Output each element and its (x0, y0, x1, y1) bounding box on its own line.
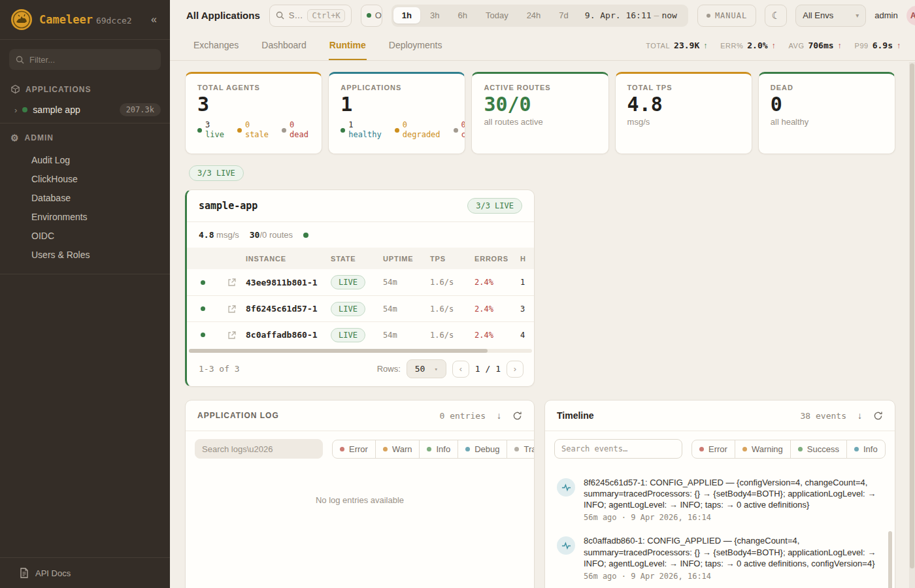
global-search-button[interactable]: S… Ctrl+K (269, 5, 352, 27)
external-link-icon[interactable] (218, 278, 246, 287)
online-dot (367, 13, 371, 18)
sidebar-header: Cameleer69dcce2 « (0, 0, 170, 39)
table-row[interactable]: 8c0affadb860-1 LIVE 54m 1.6/s 2.4% 4 (187, 321, 534, 348)
tab-deployments[interactable]: Deployments (388, 31, 443, 60)
card-total-agents: TOTAL AGENTS 3 3live 0stale 0dead (185, 72, 322, 154)
tab-runtime[interactable]: Runtime (329, 31, 367, 60)
status-dot-green (201, 333, 205, 337)
sidebar-item-clickhouse[interactable]: ClickHouse (0, 170, 170, 189)
sidebar-item-environments[interactable]: Environments (0, 208, 170, 227)
filter-chip-info[interactable]: Info (419, 440, 458, 459)
event-list: 8f6245c61d57-1: CONFIG_APPLIED — {config… (545, 466, 895, 588)
filter-chip-error[interactable]: Error (332, 440, 376, 459)
list-item[interactable]: 8c0affadb860-1: CONFIG_APPLIED — {change… (545, 529, 895, 587)
table-row[interactable]: 8f6245c61d57-1 LIVE 54m 1.6/s 2.4% 3 (187, 295, 534, 321)
download-icon[interactable]: ↓ (497, 410, 501, 421)
scrollbar-thumb[interactable] (910, 63, 914, 568)
arrow-up-icon: ↑ (897, 41, 901, 50)
tab-dashboard[interactable]: Dashboard (261, 31, 307, 60)
table-row[interactable]: 43ee9811b801-1 LIVE 54m 1.6/s 2.4% 1 (187, 269, 534, 295)
range-24h[interactable]: 24h (518, 7, 550, 24)
live-summary-badge: 3/3 LIVE (189, 165, 895, 181)
avatar[interactable]: AD (907, 6, 915, 25)
filter-chip-debug[interactable]: Debug (458, 440, 507, 459)
panel-title: Timeline (557, 410, 594, 421)
arrow-up-icon: ↑ (703, 41, 707, 50)
empty-state-message: No log entries available (186, 466, 534, 505)
app-name: sample-app (199, 200, 258, 212)
next-page-button[interactable]: › (507, 361, 524, 378)
range-7d[interactable]: 7d (550, 7, 576, 24)
activity-pulse-icon (557, 536, 575, 555)
status-dot-green (303, 233, 308, 238)
sidebar: Cameleer69dcce2 « APPLICATIONS › sample … (0, 0, 170, 588)
filter-chip-success[interactable]: Success (790, 440, 847, 459)
filter-input[interactable] (29, 55, 154, 65)
chevron-down-icon: ▾ (434, 366, 437, 372)
search-shortcut: Ctrl+K (307, 9, 344, 22)
sidebar-item-oidc[interactable]: OIDC (0, 227, 170, 246)
main-area: All Applications S… Ctrl+K O 1h 3h 6h To… (170, 0, 915, 588)
sidebar-filter (9, 49, 161, 70)
download-icon[interactable]: ↓ (857, 410, 862, 421)
app-card-header: sample-app 3/3 LIVE (187, 190, 534, 222)
card-active-routes: ACTIVE ROUTES 30/0 all routes active (471, 72, 608, 154)
filter-chip-error[interactable]: Error (691, 440, 735, 459)
external-link-icon[interactable] (218, 331, 246, 340)
summary-cards: TOTAL AGENTS 3 3live 0stale 0dead APPLIC… (185, 72, 895, 154)
tab-exchanges[interactable]: Exchanges (193, 31, 239, 60)
search-label: S… (289, 10, 303, 20)
timeline-search-input[interactable] (554, 439, 682, 459)
date-range-display[interactable]: 9. Apr. 16:11—now (578, 10, 686, 20)
app-count-badge: 207.3k (120, 103, 161, 116)
filter-chip-info[interactable]: Info (846, 440, 886, 459)
search-icon (16, 56, 24, 64)
range-3h[interactable]: 3h (422, 7, 448, 24)
refresh-icon[interactable] (873, 411, 883, 421)
admin-nav: Audit Log ClickHouse Database Environmen… (0, 147, 170, 274)
sidebar-item-users-roles[interactable]: Users & Roles (0, 246, 170, 265)
status-dot-green (22, 107, 27, 112)
tabs: Exchanges Dashboard Runtime Deployments (193, 31, 442, 60)
sidebar-item-audit-log[interactable]: Audit Log (0, 151, 170, 170)
refresh-icon[interactable] (512, 411, 522, 421)
rows-per-page-select[interactable]: 50 ▾ (407, 359, 446, 378)
entries-count: 0 entries (440, 411, 486, 421)
status-dot-green (201, 306, 205, 311)
dark-mode-toggle[interactable]: ☾ (765, 5, 787, 27)
breakdown-healthy: 1healthy (341, 120, 382, 140)
stat-total: TOTAL23.9K↑ (646, 41, 707, 50)
timeline-panel: Timeline 38 events ↓ Error Warning Succe… (544, 400, 895, 588)
breakdown-stale: 0stale (237, 120, 269, 140)
sidebar-collapse-icon[interactable]: « (147, 12, 161, 27)
app-live-badge: 3/3 LIVE (467, 198, 522, 214)
sidebar-item-api-docs[interactable]: API Docs (0, 557, 170, 588)
scrollbar-thumb[interactable] (888, 531, 892, 588)
list-item[interactable]: 8f6245c61d57-1: CONFIG_APPLIED — {config… (545, 470, 895, 529)
range-6h[interactable]: 6h (449, 7, 475, 24)
sample-app-card: sample-app 3/3 LIVE 4.8 msg/s 30/0 route… (185, 189, 535, 387)
range-1h[interactable]: 1h (393, 7, 420, 24)
brand-name: Cameleer69dcce2 (39, 13, 132, 26)
range-today[interactable]: Today (477, 7, 517, 24)
chevron-down-icon: ▾ (856, 12, 859, 19)
sidebar-item-database[interactable]: Database (0, 189, 170, 208)
filter-chip-warning[interactable]: Warning (735, 440, 791, 459)
prev-page-button[interactable]: ‹ (452, 361, 469, 378)
cameleer-logo-icon (10, 8, 33, 31)
online-status-button[interactable]: O (361, 5, 382, 27)
manual-refresh-button[interactable]: MANUAL (697, 5, 756, 27)
event-type-filters: Error Warning Success Info (691, 440, 886, 459)
sidebar-item-sample-app[interactable]: › sample app 207.3k (0, 98, 170, 123)
page-title: All Applications (186, 10, 260, 21)
breakdown-critical: 0critical (454, 120, 466, 140)
filter-chip-trace[interactable]: Trace (507, 440, 535, 459)
breakdown-dead: 0dead (282, 120, 308, 140)
chevron-right-icon[interactable]: › (14, 105, 17, 115)
log-search-input[interactable] (195, 439, 323, 459)
environment-select[interactable]: All Envs ▾ (795, 5, 866, 27)
external-link-icon[interactable] (218, 304, 246, 314)
scrollbar-thumb[interactable] (189, 349, 488, 353)
filter-chip-warn[interactable]: Warn (375, 440, 420, 459)
content: TOTAL AGENTS 3 3live 0stale 0dead APPLIC… (170, 61, 915, 588)
